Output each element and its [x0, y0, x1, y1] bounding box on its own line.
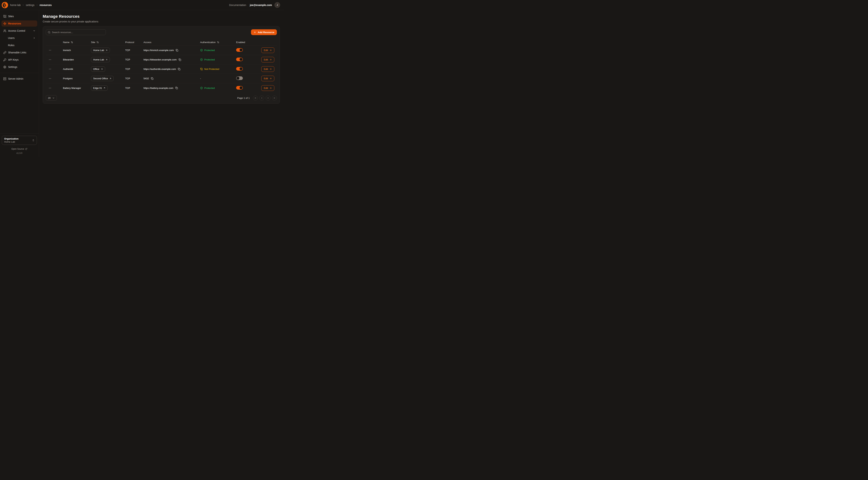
shield-off-icon — [200, 68, 203, 70]
user-email[interactable]: joe@example.com — [250, 4, 272, 6]
column-header-site[interactable]: Site — [91, 41, 125, 43]
table-row: Postgres Second Office TCP 5432 - Edit — [46, 74, 277, 83]
add-resource-button[interactable]: Add Resource — [251, 29, 277, 35]
search-input[interactable] — [52, 31, 104, 34]
table-row: Immich Home Lab TCP https://immich.examp… — [46, 46, 277, 55]
main-content: Manage Resources Create secure proxies t… — [39, 10, 284, 157]
chevron-down-icon — [33, 30, 35, 32]
pagination: 20 Page 1 of 1 — [46, 95, 277, 101]
combine-icon — [3, 15, 6, 18]
shield-check-icon — [200, 58, 203, 61]
row-menu-button[interactable] — [49, 68, 52, 70]
resource-name: Postgres — [63, 77, 91, 80]
breadcrumb-settings[interactable]: settings — [26, 4, 34, 6]
copy-icon[interactable] — [178, 68, 180, 70]
chevrons-up-down-icon — [32, 139, 35, 142]
org-switcher-label: Organization — [4, 138, 19, 140]
column-header-name[interactable]: Name — [63, 41, 91, 43]
sort-icon — [217, 41, 219, 43]
auth-label: - — [200, 77, 201, 80]
edit-button[interactable]: Edit — [261, 66, 274, 72]
previous-page-button[interactable] — [259, 96, 264, 100]
row-menu-button[interactable] — [49, 87, 52, 89]
site-link[interactable]: Office — [91, 66, 105, 72]
column-header-authentication[interactable]: Authentication — [200, 41, 236, 43]
documentation-link[interactable]: Documentation — [229, 4, 246, 6]
auth-status: Protected — [200, 87, 236, 89]
search-box[interactable] — [46, 29, 106, 35]
sidebar-item-users[interactable]: Users — [1, 35, 37, 41]
page-info: Page 1 of 1 — [237, 97, 250, 99]
arrow-right-icon — [270, 77, 272, 80]
breadcrumb-org[interactable]: home-lab — [10, 4, 21, 6]
edit-button[interactable]: Edit — [261, 48, 274, 53]
page-size-select[interactable]: 20 — [46, 95, 57, 101]
ellipsis-icon — [49, 58, 52, 61]
row-menu-button[interactable] — [49, 77, 52, 80]
arrow-right-icon — [270, 68, 272, 70]
sidebar-item-server-admin[interactable]: Server Admin — [1, 76, 37, 82]
page-title: Manage Resources — [43, 14, 280, 19]
enabled-toggle[interactable] — [236, 86, 243, 90]
sidebar-item-roles[interactable]: Roles — [1, 42, 37, 48]
chevron-left-icon — [260, 97, 263, 99]
copy-icon[interactable] — [176, 49, 178, 52]
sidebar-item-shareable-links[interactable]: Shareable Links — [1, 50, 37, 56]
edit-button[interactable]: Edit — [261, 57, 274, 62]
app-version: v1.3.0 — [2, 152, 37, 154]
row-menu-button[interactable] — [49, 58, 52, 61]
enabled-toggle[interactable] — [236, 77, 243, 80]
external-link-icon — [25, 148, 27, 150]
row-menu-button[interactable] — [49, 49, 52, 52]
chevron-right-icon — [36, 4, 38, 6]
key-icon — [3, 58, 6, 61]
arrow-up-right-icon — [105, 49, 108, 51]
access-url: https://bitwarden.example.com — [144, 58, 177, 61]
avatar[interactable]: J — [275, 2, 280, 8]
table-row: Authentik Office TCP https://authentik.e… — [46, 64, 277, 74]
chevrons-right-icon — [273, 97, 276, 99]
table-row: Battery Manager Edge 01 TCP https://batt… — [46, 83, 277, 93]
enabled-toggle[interactable] — [236, 67, 243, 70]
ellipsis-icon — [49, 87, 52, 89]
resources-table: Name Site Protocol Access Authentication… — [46, 39, 277, 93]
resource-name: Bitwarden — [63, 58, 91, 61]
edit-button[interactable]: Edit — [261, 85, 274, 91]
org-switcher[interactable]: Organization Home Lab — [2, 136, 37, 145]
sidebar-item-settings[interactable]: Settings — [1, 64, 37, 70]
chevrons-left-icon — [254, 97, 256, 99]
site-link[interactable]: Second Office — [91, 76, 114, 81]
breadcrumb-resources: resources — [40, 4, 52, 6]
copy-icon[interactable] — [175, 87, 178, 89]
copy-icon[interactable] — [151, 77, 153, 80]
next-page-button[interactable] — [266, 96, 271, 100]
site-link[interactable]: Home Lab — [91, 57, 110, 62]
sidebar-item-label: Shareable Links — [8, 51, 26, 54]
last-page-button[interactable] — [272, 96, 277, 100]
enabled-toggle[interactable] — [236, 48, 243, 52]
sidebar-item-label: Access Control — [8, 29, 25, 32]
search-icon — [48, 31, 51, 34]
sidebar-item-api-keys[interactable]: API Keys — [1, 57, 37, 63]
protocol: TCP — [125, 58, 144, 61]
first-page-button[interactable] — [253, 96, 258, 100]
edit-button[interactable]: Edit — [261, 76, 274, 81]
table-row: Bitwarden Home Lab TCP https://bitwarden… — [46, 55, 277, 64]
sidebar-item-resources[interactable]: Resources — [1, 21, 37, 27]
site-link[interactable]: Edge 01 — [91, 85, 108, 91]
enabled-toggle[interactable] — [236, 58, 243, 61]
sidebar-item-label: Server Admin — [8, 77, 23, 80]
site-link[interactable]: Home Lab — [91, 48, 110, 53]
auth-label: Protected — [204, 87, 215, 89]
sidebar-item-access-control[interactable]: Access Control — [1, 28, 37, 34]
arrow-right-icon — [270, 58, 272, 61]
copy-icon[interactable] — [179, 58, 181, 61]
sidebar-item-sites[interactable]: Sites — [1, 13, 37, 19]
shield-check-icon — [200, 49, 203, 52]
ellipsis-icon — [49, 77, 52, 80]
protocol: TCP — [125, 87, 144, 89]
protocol: TCP — [125, 68, 144, 70]
auth-label: Protected — [204, 58, 215, 61]
auth-status: Protected — [200, 49, 236, 52]
open-source-link[interactable]: Open Source — [2, 148, 37, 150]
